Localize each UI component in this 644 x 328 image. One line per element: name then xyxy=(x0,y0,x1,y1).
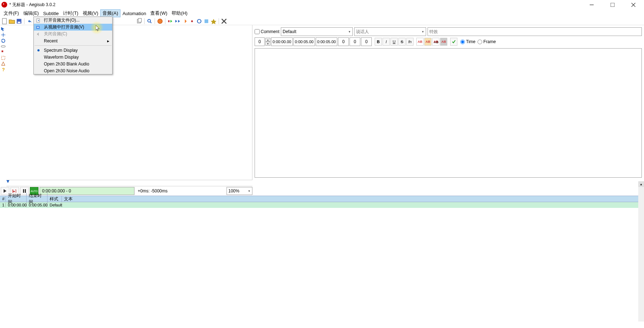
tool-clip-icon[interactable] xyxy=(1,55,6,60)
grid-header-row: # 开始时间 结束时间 样式 文本 xyxy=(0,196,644,202)
underline-button[interactable]: U xyxy=(390,38,398,46)
svg-point-0 xyxy=(3,3,6,6)
svg-text:?: ? xyxy=(2,67,5,72)
grid-header-num[interactable]: # xyxy=(0,196,6,201)
close-button[interactable] xyxy=(627,1,640,9)
video-timeline[interactable] xyxy=(6,180,252,186)
menu-noise-audio[interactable]: Open 2h30 Noise Audio xyxy=(34,67,112,74)
tool-rotate-z-icon[interactable] xyxy=(1,38,6,43)
svg-rect-30 xyxy=(1,50,3,52)
menu-recent-audio[interactable]: Recent ▸ xyxy=(34,37,112,44)
snap-start-icon[interactable] xyxy=(182,18,188,24)
titlebar: * 无标题 - Aegisub 3.0.2 xyxy=(0,0,644,9)
new-file-icon[interactable] xyxy=(1,18,8,24)
margin-right-input[interactable] xyxy=(350,37,360,46)
menu-spectrum-display[interactable]: Spectrum Display xyxy=(34,47,112,54)
app-icon xyxy=(1,2,7,8)
grid-row[interactable]: 1 0:00:00.00 0:00:05.00 Default xyxy=(0,202,644,208)
snap-scene-icon[interactable] xyxy=(196,18,202,24)
shadow-color-button[interactable]: AB xyxy=(440,38,447,46)
menu-open-audio-file[interactable]: 打开音频文件(O)... xyxy=(34,17,112,24)
margin-vert-input[interactable] xyxy=(361,37,372,46)
grid-scrollbar[interactable]: ▲ xyxy=(638,181,644,322)
svg-point-15 xyxy=(158,19,163,23)
maximize-button[interactable] xyxy=(606,1,619,9)
menu-edit[interactable]: 编辑(E) xyxy=(21,9,41,17)
frame-mode-radio[interactable]: Frame xyxy=(478,39,496,44)
menu-audio[interactable]: 音频(A) xyxy=(100,9,120,17)
menu-open-audio-from-video[interactable]: 从视频中打开音频(V) xyxy=(34,24,112,31)
end-time-input[interactable] xyxy=(293,37,315,46)
bold-button[interactable]: B xyxy=(375,38,382,46)
video-position-input[interactable]: 0:00:00.000 - 0 xyxy=(40,187,134,195)
window-title: * 无标题 - Aegisub 3.0.2 xyxy=(9,2,585,8)
tool-help-icon[interactable]: ? xyxy=(1,67,6,72)
menu-file[interactable]: 文件(F) xyxy=(1,9,21,17)
spinner-down-icon[interactable]: ▼ xyxy=(265,42,270,46)
duration-input[interactable] xyxy=(316,37,337,46)
comment-checkbox-input[interactable] xyxy=(255,29,260,34)
menu-item-label: Spectrum Display xyxy=(44,48,78,53)
effect-input[interactable] xyxy=(428,27,642,36)
svg-rect-3 xyxy=(611,3,615,7)
menu-item-label: Recent xyxy=(44,38,58,44)
grid-cell-num: 1 xyxy=(0,203,6,207)
properties-icon[interactable] xyxy=(221,18,227,24)
tool-vector-clip-icon[interactable] xyxy=(1,61,6,66)
copy-icon[interactable] xyxy=(136,18,142,24)
shift-left-icon[interactable] xyxy=(167,18,174,24)
tool-drag-icon[interactable] xyxy=(1,32,6,37)
grid-cell-end: 0:00:05.00 xyxy=(27,203,47,207)
start-time-input[interactable] xyxy=(271,37,293,46)
layer-input[interactable] xyxy=(255,37,265,46)
outline-color-button[interactable]: AB xyxy=(432,38,439,46)
time-mode-radio[interactable]: Time xyxy=(460,39,475,44)
menu-item-label: Open 2h30 Blank Audio xyxy=(44,62,89,67)
svg-rect-8 xyxy=(18,22,20,23)
snap-end-icon[interactable] xyxy=(189,18,195,24)
menu-help[interactable]: 帮助(H) xyxy=(169,9,189,17)
menu-blank-audio[interactable]: Open 2h30 Blank Audio xyxy=(34,60,112,67)
menu-automation[interactable]: Automation xyxy=(120,10,149,17)
svg-point-29 xyxy=(1,46,5,47)
commit-button[interactable] xyxy=(450,38,457,46)
chevron-down-icon: ▼ xyxy=(248,190,251,193)
tool-standard-icon[interactable] xyxy=(1,27,6,32)
actor-dropdown[interactable]: 说话人 ▼ xyxy=(354,27,426,36)
save-file-icon[interactable] xyxy=(16,18,22,24)
scroll-up-icon[interactable]: ▲ xyxy=(638,181,644,187)
strike-button[interactable]: S xyxy=(398,38,406,46)
timing-icon[interactable] xyxy=(157,18,163,24)
menu-view[interactable]: 查看(W) xyxy=(148,9,169,17)
primary-color-button[interactable]: AB xyxy=(416,38,424,46)
menu-subtitle[interactable]: Subtitle xyxy=(41,10,61,17)
svg-rect-19 xyxy=(205,19,208,23)
italic-button[interactable]: I xyxy=(383,38,390,46)
grid-header-style[interactable]: 样式 xyxy=(47,196,62,202)
edit-panel: Comment Default ▼ 说话人 ▼ ▲ ▼ xyxy=(252,25,644,180)
shift-to-frame-icon[interactable] xyxy=(203,18,210,24)
spinner-up-icon[interactable]: ▲ xyxy=(265,38,270,42)
svg-rect-12 xyxy=(138,18,141,22)
find-icon[interactable] xyxy=(146,18,153,24)
undo-icon[interactable] xyxy=(26,18,33,24)
menu-waveform-display[interactable]: Waveform Display xyxy=(34,54,112,60)
tool-rotate-xy-icon[interactable] xyxy=(1,44,6,49)
grid-header-text[interactable]: 文本 xyxy=(62,196,644,202)
open-file-icon[interactable] xyxy=(9,18,15,24)
menu-video[interactable]: 视频(V) xyxy=(81,9,100,17)
menu-item-label: 从视频中打开音频(V) xyxy=(44,24,84,30)
menu-timing[interactable]: 计时(T) xyxy=(61,9,81,17)
margin-left-input[interactable] xyxy=(338,37,349,46)
subtitle-text-editor[interactable] xyxy=(255,48,642,178)
style-dropdown[interactable]: Default ▼ xyxy=(281,27,353,36)
zoom-dropdown[interactable]: 100% ▼ xyxy=(227,187,252,195)
tool-scale-icon[interactable] xyxy=(1,50,6,55)
font-button[interactable]: fn xyxy=(406,38,414,46)
minimize-button[interactable] xyxy=(585,1,598,9)
style-manager-icon[interactable] xyxy=(210,18,217,24)
layer-spinner[interactable]: ▲ ▼ xyxy=(265,38,270,46)
shift-right-icon[interactable] xyxy=(174,18,181,24)
comment-checkbox[interactable]: Comment xyxy=(255,29,279,34)
secondary-color-button[interactable]: AB xyxy=(424,38,431,46)
